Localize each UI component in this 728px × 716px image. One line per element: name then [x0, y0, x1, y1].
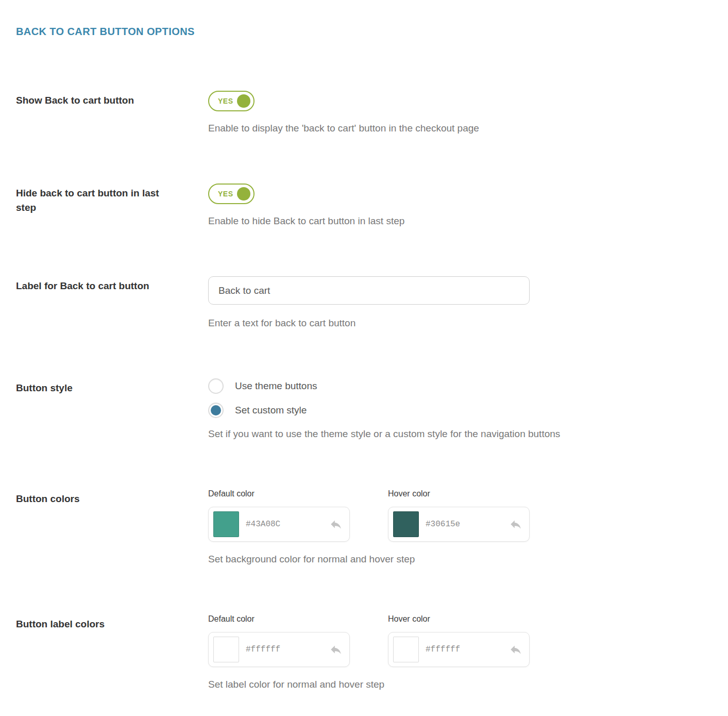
color-swatch[interactable]	[393, 511, 419, 537]
picker-sublabel: Hover color	[388, 489, 530, 498]
radio-unchecked-icon	[208, 378, 224, 394]
picker-sublabel: Hover color	[388, 614, 530, 624]
label-colors-hover-picker: Hover color #ffffff	[388, 614, 530, 667]
hide-in-last-step-toggle[interactable]: YES	[208, 184, 255, 204]
color-hex-value: #43A08C	[246, 520, 280, 529]
radio-option-label: Use theme buttons	[235, 380, 317, 392]
toggle-knob-icon	[237, 187, 250, 201]
button-colors-hover-picker: Hover color #30615e	[388, 489, 530, 542]
setting-control: YES Enable to display the 'back to cart'…	[208, 91, 728, 134]
setting-description: Enable to display the 'back to cart' but…	[208, 123, 728, 134]
settings-panel: BACK TO CART BUTTON OPTIONS Show Back to…	[0, 0, 728, 690]
setting-row-show-back-to-cart: Show Back to cart button YES Enable to d…	[16, 91, 728, 134]
setting-row-button-style: Button style Use theme buttons Set custo…	[16, 378, 728, 440]
color-swatch[interactable]	[213, 511, 239, 537]
radio-set-custom-style[interactable]: Set custom style	[208, 403, 728, 418]
setting-label: Button label colors	[16, 614, 181, 690]
back-to-cart-label-input[interactable]	[208, 276, 530, 305]
radio-option-label: Set custom style	[235, 405, 307, 416]
undo-icon[interactable]	[329, 643, 343, 656]
setting-control: Enter a text for back to cart button	[208, 276, 728, 329]
color-picker-field[interactable]: #ffffff	[208, 632, 350, 667]
show-back-to-cart-toggle[interactable]: YES	[208, 91, 255, 111]
picker-pair: Default color #43A08C Hover color #30615…	[208, 489, 728, 542]
button-label-colors-group: Default color #ffffff Hover color #fffff…	[208, 614, 728, 690]
color-picker-field[interactable]: #ffffff	[388, 632, 530, 667]
picker-sublabel: Default color	[208, 489, 350, 498]
setting-description: Set label color for normal and hover ste…	[208, 679, 728, 690]
setting-row-back-to-cart-label: Label for Back to cart button Enter a te…	[16, 276, 728, 329]
setting-row-hide-in-last-step: Hide back to cart button in last step YE…	[16, 184, 728, 227]
setting-label: Show Back to cart button	[16, 91, 181, 134]
radio-use-theme-buttons[interactable]: Use theme buttons	[208, 378, 728, 394]
label-colors-default-picker: Default color #ffffff	[208, 614, 350, 667]
setting-label: Label for Back to cart button	[16, 276, 181, 329]
section-title: BACK TO CART BUTTON OPTIONS	[16, 26, 728, 38]
setting-description: Set background color for normal and hove…	[208, 554, 728, 565]
color-picker-field[interactable]: #43A08C	[208, 507, 350, 542]
color-hex-value: #ffffff	[426, 645, 460, 654]
setting-label: Button style	[16, 378, 181, 440]
undo-icon[interactable]	[509, 518, 522, 531]
setting-row-button-colors: Button colors Default color #43A08C Hove…	[16, 489, 728, 565]
toggle-knob-icon	[237, 94, 250, 108]
color-swatch[interactable]	[213, 637, 239, 662]
picker-sublabel: Default color	[208, 614, 350, 624]
button-colors-group: Default color #43A08C Hover color #30615…	[208, 489, 728, 565]
setting-label: Hide back to cart button in last step	[16, 184, 181, 227]
color-picker-field[interactable]: #30615e	[388, 507, 530, 542]
color-hex-value: #30615e	[426, 520, 460, 529]
setting-description: Enable to hide Back to cart button in la…	[208, 215, 728, 227]
setting-control: YES Enable to hide Back to cart button i…	[208, 184, 728, 227]
toggle-state-label: YES	[218, 190, 233, 198]
undo-icon[interactable]	[329, 518, 343, 531]
color-hex-value: #ffffff	[246, 645, 280, 654]
setting-label: Button colors	[16, 489, 181, 565]
undo-icon[interactable]	[509, 643, 522, 656]
setting-row-button-label-colors: Button label colors Default color #fffff…	[16, 614, 728, 690]
setting-description: Set if you want to use the theme style o…	[208, 428, 728, 440]
setting-description: Enter a text for back to cart button	[208, 318, 728, 329]
toggle-state-label: YES	[218, 97, 233, 105]
picker-pair: Default color #ffffff Hover color #fffff…	[208, 614, 728, 667]
radio-checked-icon	[208, 403, 224, 418]
button-style-radio-group: Use theme buttons Set custom style Set i…	[208, 378, 728, 440]
color-swatch[interactable]	[393, 637, 419, 662]
button-colors-default-picker: Default color #43A08C	[208, 489, 350, 542]
